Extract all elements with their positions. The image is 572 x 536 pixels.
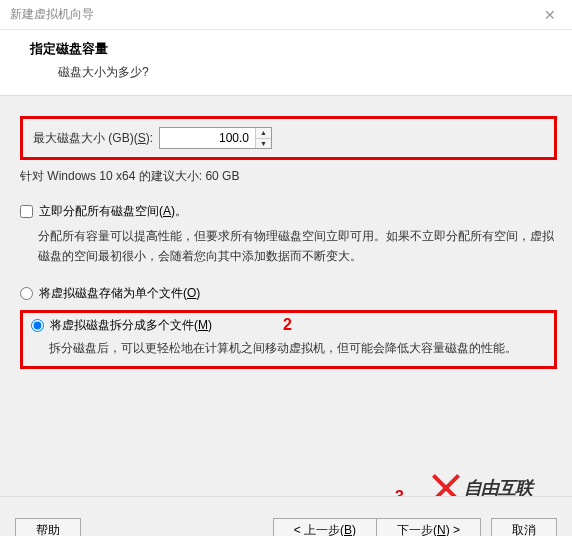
wizard-header: 指定磁盘容量 磁盘大小为多少? [0,30,572,96]
page-title: 指定磁盘容量 [30,40,552,58]
annotation-box-1: 1 最大磁盘大小 (GB)(S): ▲ ▼ [20,116,557,160]
disk-size-input[interactable] [160,128,255,148]
window-title: 新建虚拟机向导 [10,6,538,23]
allocate-now-row: 立即分配所有磁盘空间(A)。 [20,203,557,220]
store-single-row: 将虚拟磁盘存储为单个文件(O) [20,285,557,302]
help-button[interactable]: 帮助 [15,518,81,536]
spinner-down-icon[interactable]: ▼ [256,139,271,149]
store-single-radio[interactable] [20,287,33,300]
close-icon[interactable]: ✕ [538,7,562,23]
next-button[interactable]: 下一步(N) > [376,518,481,536]
cancel-button[interactable]: 取消 [491,518,557,536]
content-area: 1 最大磁盘大小 (GB)(S): ▲ ▼ 针对 Windows 10 x64 … [0,96,572,369]
allocate-now-label[interactable]: 立即分配所有磁盘空间(A)。 [39,203,187,220]
annotation-marker-2: 2 [283,316,292,334]
store-split-label[interactable]: 将虚拟磁盘拆分成多个文件(M) [50,317,212,334]
footer: 帮助 < 上一步(B) 下一步(N) > 取消 [0,496,572,536]
allocate-now-checkbox[interactable] [20,205,33,218]
disk-size-row: 最大磁盘大小 (GB)(S): ▲ ▼ [33,127,544,149]
nav-button-group: < 上一步(B) 下一步(N) > [274,512,481,536]
page-subtitle: 磁盘大小为多少? [30,64,552,81]
allocate-now-desc: 分配所有容量可以提高性能，但要求所有物理磁盘空间立即可用。如果不立即分配所有空间… [20,226,557,267]
spinner-buttons: ▲ ▼ [255,128,271,148]
recommended-size-text: 针对 Windows 10 x64 的建议大小: 60 GB [20,168,557,185]
store-split-radio[interactable] [31,319,44,332]
annotation-box-2: 2 将虚拟磁盘拆分成多个文件(M) 拆分磁盘后，可以更轻松地在计算机之间移动虚拟… [20,310,557,369]
store-single-label[interactable]: 将虚拟磁盘存储为单个文件(O) [39,285,200,302]
titlebar: 新建虚拟机向导 ✕ [0,0,572,30]
disk-size-label: 最大磁盘大小 (GB)(S): [33,130,153,147]
disk-size-stepper[interactable]: ▲ ▼ [159,127,272,149]
back-button[interactable]: < 上一步(B) [273,518,377,536]
spinner-up-icon[interactable]: ▲ [256,128,271,139]
store-split-desc: 拆分磁盘后，可以更轻松地在计算机之间移动虚拟机，但可能会降低大容量磁盘的性能。 [31,338,546,358]
